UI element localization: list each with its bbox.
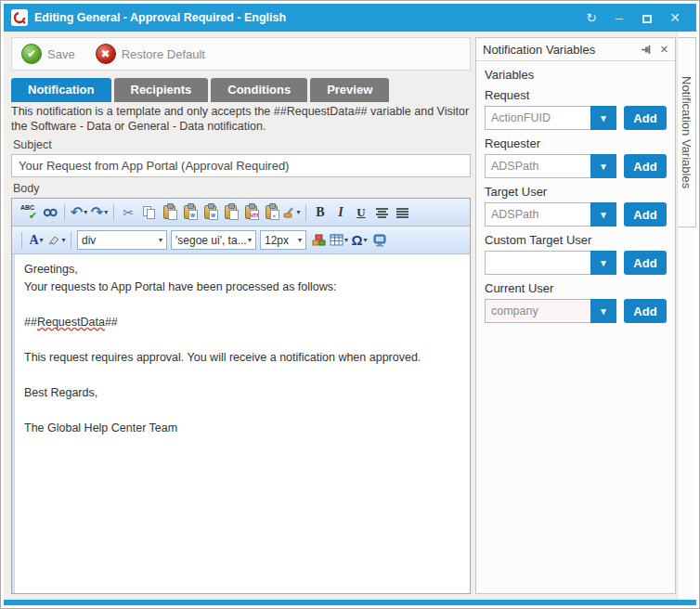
variable-row: ▼ Add: [485, 251, 667, 275]
font-color-icon[interactable]: A▾: [27, 230, 45, 251]
body-blank-line: [24, 402, 460, 420]
panel-close-icon[interactable]: ✕: [660, 44, 668, 56]
editor-toolbar-row2: A▾ ▾ div▾ 'segoe ui', ta...▾ 12px▾: [12, 227, 470, 254]
window-titlebar: Editing General - Approval Required - En…: [4, 4, 696, 32]
highlight-color-icon[interactable]: ▾: [47, 230, 66, 251]
dropdown-arrow-icon[interactable]: ▼: [590, 154, 616, 178]
paste-html-icon[interactable]: HTML: [241, 202, 260, 223]
align-center-icon[interactable]: [372, 202, 391, 223]
toolbar-separator: [113, 204, 114, 221]
bold-icon[interactable]: B: [311, 202, 330, 223]
subject-input[interactable]: Your Request from App Portal (Approval R…: [11, 154, 471, 177]
add-request-variable-button[interactable]: Add: [624, 106, 667, 130]
body-label: Body: [13, 182, 471, 195]
request-variable-dropdown[interactable]: ActionFUID ▼: [485, 106, 616, 130]
panel-body: Variables Request ActionFUID ▼ Add Reque…: [476, 61, 675, 330]
italic-icon[interactable]: I: [331, 202, 350, 223]
insert-table-icon[interactable]: ▾: [330, 230, 348, 251]
rich-text-editor: ABC✔ ↶▾ ↷▾ ✂ W W HTML «: [11, 198, 471, 594]
save-label: Save: [47, 47, 75, 61]
restore-default-button[interactable]: ✖ Restore Default: [96, 44, 205, 64]
add-custom-target-user-variable-button[interactable]: Add: [624, 251, 667, 275]
notification-variables-panel: Notification Variables ✕ Variables Reque…: [475, 37, 676, 594]
info-line-1: This notification is a template and only…: [11, 104, 471, 119]
body-line: Your requests to App Portal have been pr…: [24, 279, 460, 296]
dropdown-arrow-icon[interactable]: ▼: [590, 251, 616, 275]
save-button[interactable]: ✔ Save: [21, 44, 75, 64]
dropdown-arrow-icon[interactable]: ▼: [590, 106, 616, 130]
justify-icon[interactable]: [393, 202, 411, 223]
window-border-bottom: [4, 600, 696, 605]
variable-label-current-user: Current User: [485, 281, 667, 295]
redo-icon[interactable]: ↷▾: [90, 202, 109, 223]
custom-target-user-variable-value: [485, 251, 590, 275]
info-line-2: the Software - Data or General - Data no…: [11, 119, 471, 134]
target-user-variable-dropdown[interactable]: ADSPath ▼: [485, 202, 616, 227]
current-user-variable-value: company: [485, 299, 590, 323]
request-variable-value: ActionFUID: [485, 106, 590, 130]
module-icon[interactable]: [370, 230, 389, 251]
current-user-variable-dropdown[interactable]: company ▼: [485, 299, 616, 323]
app-logo-icon: [11, 9, 28, 26]
refresh-icon[interactable]: ↻: [577, 4, 605, 32]
requester-variable-dropdown[interactable]: ADSPath ▼: [485, 154, 616, 178]
paste-from-word-icon[interactable]: W: [180, 202, 199, 223]
variable-row: company ▼ Add: [485, 299, 667, 323]
font-size-dropdown[interactable]: 12px▾: [260, 230, 306, 250]
dropdown-arrow-icon[interactable]: ▼: [590, 202, 616, 227]
toolbar-separator: [21, 232, 22, 249]
variable-label-target-user: Target User: [485, 185, 667, 199]
maximize-icon[interactable]: [633, 4, 661, 32]
dock-strip: Notification Variables: [677, 32, 696, 600]
minimize-icon[interactable]: –: [605, 4, 633, 32]
custom-target-user-variable-dropdown[interactable]: ▼: [485, 251, 616, 275]
toolbar-separator: [64, 204, 65, 221]
add-requester-variable-button[interactable]: Add: [624, 154, 667, 178]
save-check-icon: ✔: [21, 44, 42, 64]
cut-icon[interactable]: ✂: [119, 202, 137, 223]
tab-notification[interactable]: Notification: [11, 78, 111, 102]
font-family-dropdown[interactable]: 'segoe ui', ta...▾: [171, 230, 256, 250]
body-line-request-token: ##RequestData##: [24, 314, 460, 331]
body-blank-line: [24, 296, 460, 314]
editor-toolbar-row1: ABC✔ ↶▾ ↷▾ ✂ W W HTML «: [12, 199, 470, 227]
paste-as-icon[interactable]: «: [262, 202, 280, 223]
find-icon[interactable]: [41, 202, 59, 223]
request-data-token: RequestData: [37, 316, 105, 329]
variable-label-request: Request: [485, 88, 667, 102]
dropdown-arrow-icon[interactable]: ▼: [590, 299, 616, 323]
spellcheck-icon[interactable]: ABC✔: [19, 202, 39, 223]
paste-icon[interactable]: [160, 202, 178, 223]
tab-preview[interactable]: Preview: [310, 78, 389, 102]
window-content: ✔ Save ✖ Restore Default Notification Re…: [4, 32, 696, 600]
undo-icon[interactable]: ↶▾: [70, 202, 88, 223]
variable-row: ActionFUID ▼ Add: [485, 106, 667, 130]
window-title: Editing General - Approval Required - En…: [34, 11, 577, 24]
variable-row: ADSPath ▼ Add: [485, 202, 667, 227]
add-target-user-variable-button[interactable]: Add: [624, 202, 667, 227]
notification-variables-vertical-tab[interactable]: Notification Variables: [678, 37, 696, 227]
app-window: Editing General - Approval Required - En…: [0, 0, 700, 609]
close-icon[interactable]: ✕: [661, 4, 689, 32]
variable-row: ADSPath ▼ Add: [485, 154, 667, 178]
body-line: Best Regards,: [24, 384, 460, 402]
paste-plain-text-icon[interactable]: [221, 202, 240, 223]
body-line: Greetings,: [24, 261, 460, 279]
tab-conditions[interactable]: Conditions: [211, 78, 307, 102]
paste-from-word-nostyle-icon[interactable]: W: [201, 202, 219, 223]
body-blank-line: [24, 331, 460, 349]
tab-recipients[interactable]: Recipients: [114, 78, 209, 102]
underline-icon[interactable]: U: [352, 202, 370, 223]
paragraph-style-dropdown[interactable]: div▾: [77, 230, 167, 250]
variable-label-custom-target-user: Custom Target User: [485, 233, 667, 247]
special-character-icon[interactable]: Ω▾: [350, 230, 369, 251]
format-painter-icon[interactable]: ▾: [282, 202, 301, 223]
body-line: The Global Help Center Team: [24, 420, 460, 437]
notification-editor-pane: ✔ Save ✖ Restore Default Notification Re…: [4, 32, 473, 600]
template-info-text: This notification is a template and only…: [11, 104, 471, 134]
pin-icon[interactable]: [641, 45, 653, 55]
body-editor[interactable]: Greetings, Your requests to App Portal h…: [12, 254, 470, 593]
copy-icon[interactable]: [139, 202, 158, 223]
insert-image-icon[interactable]: [309, 230, 328, 251]
add-current-user-variable-button[interactable]: Add: [624, 299, 667, 323]
